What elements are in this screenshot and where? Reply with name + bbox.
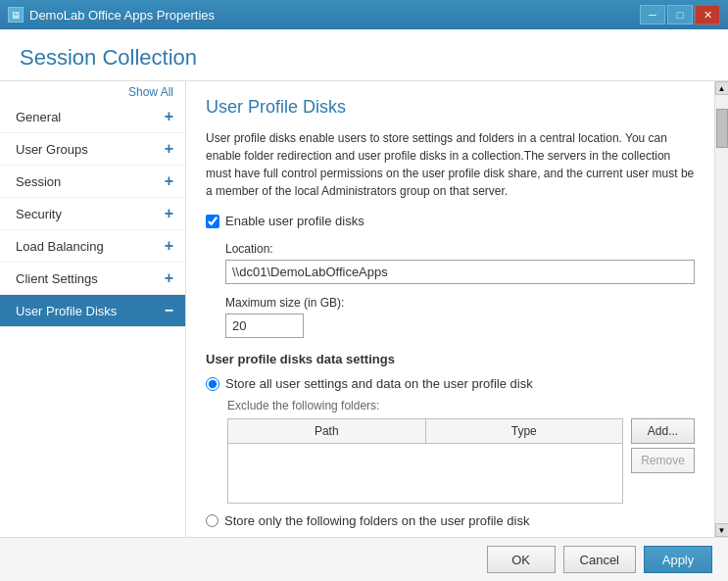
sidebar-item-security[interactable]: Security + — [0, 198, 185, 230]
path-column-header: Path — [228, 419, 426, 443]
store-only-radio[interactable] — [206, 514, 218, 527]
description-text: User profile disks enable users to store… — [206, 129, 695, 200]
sidebar-item-general-label: General — [16, 110, 165, 124]
sidebar-item-client-settings-label: Client Settings — [16, 271, 165, 286]
show-all-link[interactable]: Show All — [0, 81, 185, 101]
max-size-input[interactable] — [225, 314, 304, 338]
add-button[interactable]: Add... — [631, 418, 695, 444]
data-settings-title: User profile disks data settings — [206, 352, 695, 366]
location-label: Location: — [225, 242, 695, 256]
sidebar: Show All General + User Groups + Session… — [0, 81, 186, 537]
type-column-header: Type — [426, 419, 623, 443]
sidebar-item-load-balancing[interactable]: Load Balancing + — [0, 230, 185, 263]
title-bar-left: 🖥 DemoLab Office Apps Properties — [8, 7, 215, 23]
sidebar-item-user-profile-disks[interactable]: User Profile Disks − — [0, 295, 185, 327]
ok-button[interactable]: OK — [487, 546, 556, 573]
app-icon: 🖥 — [8, 7, 24, 23]
table-container: Path Type Add... Remove — [227, 418, 695, 504]
sidebar-item-user-groups-expand: + — [165, 140, 173, 158]
max-size-label: Maximum size (in GB): — [225, 296, 695, 310]
title-bar-controls: ─ □ ✕ — [640, 5, 720, 24]
main-window: Session Collection Show All General + Us… — [0, 29, 728, 581]
sidebar-item-user-groups-label: User Groups — [16, 142, 165, 157]
sidebar-item-general[interactable]: General + — [0, 101, 185, 133]
store-only-radio-row: Store only the following folders on the … — [206, 513, 695, 528]
location-input[interactable] — [225, 260, 695, 284]
sidebar-item-client-settings-expand: + — [165, 269, 173, 287]
title-bar-text: DemoLab Office Apps Properties — [29, 8, 215, 23]
footer: OK Cancel Apply — [0, 537, 728, 581]
sidebar-item-load-balancing-expand: + — [165, 237, 173, 255]
sidebar-item-load-balancing-label: Load Balancing — [16, 239, 165, 254]
enable-checkbox[interactable] — [206, 215, 219, 228]
sidebar-item-security-expand: + — [165, 205, 173, 222]
scrollbar-thumb[interactable] — [716, 109, 728, 148]
store-all-radio-label[interactable]: Store all user settings and data on the … — [225, 376, 533, 391]
cancel-button[interactable]: Cancel — [563, 546, 636, 573]
sidebar-item-session-label: Session — [16, 174, 165, 189]
sidebar-item-client-settings[interactable]: Client Settings + — [0, 263, 185, 295]
enable-checkbox-label[interactable]: Enable user profile disks — [225, 214, 364, 228]
enable-checkbox-row: Enable user profile disks — [206, 214, 695, 228]
main-panel: User Profile Disks User profile disks en… — [186, 81, 714, 537]
header-area: Session Collection — [0, 29, 728, 81]
store-all-radio-row: Store all user settings and data on the … — [206, 376, 695, 391]
sidebar-item-user-groups[interactable]: User Groups + — [0, 133, 185, 166]
close-button[interactable]: ✕ — [695, 5, 720, 24]
store-all-radio[interactable] — [206, 377, 219, 391]
minimize-button[interactable]: ─ — [640, 5, 665, 24]
store-only-radio-label[interactable]: Store only the following folders on the … — [224, 513, 529, 528]
sidebar-item-user-profile-disks-collapse: − — [165, 302, 173, 319]
section-title: User Profile Disks — [206, 97, 695, 118]
sidebar-item-security-label: Security — [16, 207, 165, 221]
exclude-label: Exclude the following folders: — [227, 399, 695, 412]
content-area: Show All General + User Groups + Session… — [0, 81, 728, 537]
remove-button[interactable]: Remove — [631, 448, 695, 473]
scroll-down-arrow[interactable]: ▼ — [715, 523, 729, 537]
sidebar-item-user-profile-disks-label: User Profile Disks — [16, 304, 165, 318]
table-body — [228, 444, 622, 503]
page-title: Session Collection — [20, 45, 197, 70]
table-header: Path Type — [228, 419, 622, 444]
apply-button[interactable]: Apply — [644, 546, 712, 573]
sidebar-item-general-expand: + — [165, 108, 173, 125]
sidebar-item-session-expand: + — [165, 172, 173, 190]
scrollbar-track: ▲ ▼ — [714, 81, 728, 537]
table-buttons: Add... Remove — [631, 418, 695, 504]
title-bar: 🖥 DemoLab Office Apps Properties ─ □ ✕ — [0, 0, 728, 29]
scroll-up-arrow[interactable]: ▲ — [715, 81, 729, 95]
exclude-folders-table: Path Type — [227, 418, 623, 504]
sidebar-item-session[interactable]: Session + — [0, 166, 185, 198]
maximize-button[interactable]: □ — [667, 5, 693, 24]
